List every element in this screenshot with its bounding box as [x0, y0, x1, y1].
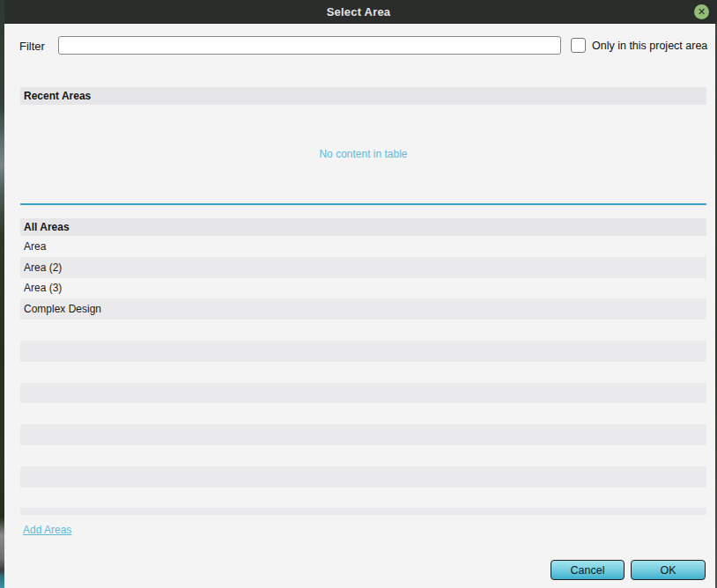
table-row[interactable] [20, 383, 706, 404]
recent-areas-empty-message: No content in table [319, 148, 407, 160]
table-row[interactable] [20, 320, 706, 341]
only-in-project-label: Only in this project area [592, 40, 707, 52]
close-button[interactable]: ✕ [694, 4, 709, 19]
table-row[interactable]: Area [20, 236, 706, 257]
all-areas-header-label: All Areas [24, 221, 70, 233]
table-row[interactable] [20, 445, 706, 467]
desktop-background-sliver-left [0, 0, 4, 588]
table-row[interactable] [20, 424, 706, 445]
all-areas-header: All Areas [20, 218, 706, 236]
close-icon: ✕ [698, 7, 706, 17]
recent-areas-header-label: Recent Areas [24, 90, 91, 102]
dialog-title: Select Area [327, 5, 391, 18]
table-row[interactable] [20, 508, 706, 515]
table-row[interactable] [20, 467, 706, 488]
table-row[interactable] [20, 403, 706, 424]
table-row[interactable] [20, 488, 706, 509]
cancel-button[interactable]: Cancel [551, 560, 625, 580]
ok-button[interactable]: OK [631, 560, 706, 580]
only-in-project-checkbox[interactable] [571, 38, 586, 53]
dialog-titlebar[interactable]: Select Area ✕ [0, 0, 717, 24]
recent-areas-focus-line [20, 203, 706, 205]
table-row[interactable] [20, 362, 706, 383]
table-row[interactable]: Complex Design [20, 298, 706, 320]
recent-areas-table[interactable]: No content in table [20, 105, 706, 203]
all-areas-table[interactable]: All Areas AreaArea (2)Area (3)Complex De… [20, 218, 706, 515]
table-row[interactable] [20, 341, 706, 362]
filter-label: Filter [19, 40, 45, 53]
add-areas-link[interactable]: Add Areas [23, 524, 71, 536]
filter-input[interactable] [58, 36, 561, 55]
all-areas-rows: AreaArea (2)Area (3)Complex Design [20, 236, 706, 515]
recent-areas-header: Recent Areas [20, 87, 706, 105]
table-row[interactable]: Area (2) [20, 257, 706, 278]
table-row[interactable]: Area (3) [20, 278, 706, 299]
